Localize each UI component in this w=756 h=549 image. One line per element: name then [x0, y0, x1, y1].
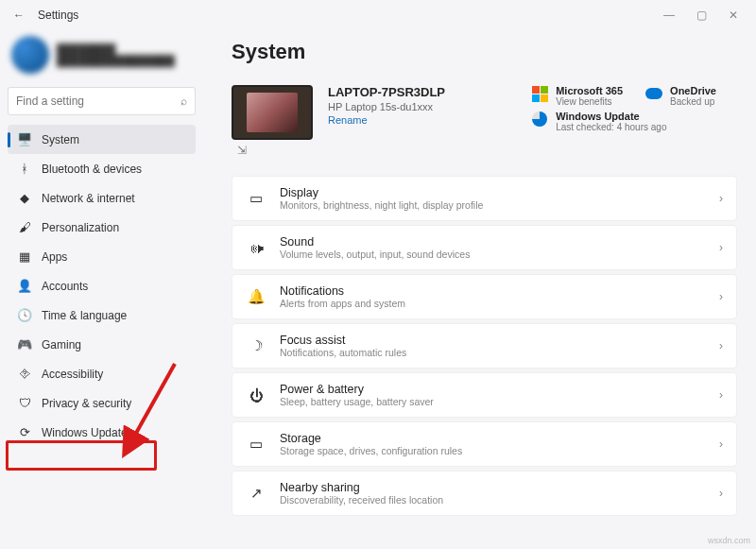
device-model: HP Laptop 15s-du1xxx — [328, 101, 445, 112]
sidebar-item-gaming[interactable]: 🎮Gaming — [8, 330, 196, 359]
chevron-right-icon: › — [719, 241, 723, 254]
status-onedrive[interactable]: OneDriveBacked up — [645, 85, 737, 107]
window-title: Settings — [38, 9, 78, 22]
network-icon: ◆ — [17, 191, 32, 206]
storage-icon: ▭ — [246, 436, 266, 453]
card-sound[interactable]: 🕪SoundVolume levels, output, input, soun… — [232, 225, 737, 270]
personalization-icon: 🖌 — [17, 220, 32, 235]
sidebar-item-personalization[interactable]: 🖌Personalization — [8, 213, 196, 242]
maximize-button[interactable]: ▢ — [694, 9, 709, 22]
status-ms365[interactable]: Microsoft 365View benefits — [531, 85, 623, 107]
notifications-icon: 🔔 — [246, 288, 266, 305]
page-title: System — [232, 40, 737, 64]
back-button[interactable]: ← — [8, 9, 30, 22]
card-title: Notifications — [280, 284, 405, 298]
card-subtitle: Sleep, battery usage, battery saver — [280, 396, 434, 407]
power-icon: ⏻ — [246, 387, 266, 403]
card-title: Sound — [280, 235, 470, 249]
device-image — [232, 85, 313, 140]
status-windows-update[interactable]: Windows UpdateLast checked: 4 hours ago — [531, 111, 737, 132]
card-subtitle: Volume levels, output, input, sound devi… — [280, 249, 470, 260]
sidebar-item-privacy[interactable]: 🛡Privacy & security — [8, 388, 196, 418]
sidebar-item-apps[interactable]: ▦Apps — [8, 242, 196, 271]
card-subtitle: Discoverability, received files location — [280, 494, 443, 506]
sidebar-item-accounts[interactable]: 👤Accounts — [8, 271, 196, 300]
chevron-right-icon: › — [719, 339, 723, 352]
chevron-right-icon: › — [719, 487, 723, 500]
search-icon: ⌕ — [180, 94, 187, 108]
sidebar-item-bluetooth[interactable]: ᚼBluetooth & devices — [8, 154, 196, 183]
search-input[interactable] — [16, 94, 180, 108]
sidebar-item-label: Gaming — [42, 338, 81, 352]
card-title: Nearby sharing — [280, 481, 443, 494]
link-icon: ⇲ — [237, 144, 313, 157]
time-icon: 🕓 — [17, 308, 32, 323]
focus-icon: ☽ — [246, 337, 266, 354]
card-title: Display — [280, 186, 483, 199]
onedrive-icon — [645, 85, 662, 102]
sidebar-item-accessibility[interactable]: ⯑Accessibility — [8, 359, 196, 388]
card-storage[interactable]: ▭StorageStorage space, drives, configura… — [232, 421, 737, 467]
sidebar-item-time[interactable]: 🕓Time & language — [8, 300, 196, 330]
microsoft-logo-icon — [531, 85, 548, 102]
sound-icon: 🕪 — [246, 240, 266, 256]
rename-link[interactable]: Rename — [328, 114, 445, 126]
display-icon: ▭ — [246, 190, 266, 207]
search-box[interactable]: ⌕ — [8, 87, 196, 115]
card-sharing[interactable]: ↗Nearby sharingDiscoverability, received… — [232, 471, 737, 516]
chevron-right-icon: › — [719, 192, 723, 205]
sharing-icon: ↗ — [246, 485, 266, 502]
system-icon: 🖥️ — [17, 132, 32, 147]
user-profile[interactable]: ████████ ████████████████ — [8, 30, 196, 83]
apps-icon: ▦ — [17, 249, 32, 265]
sidebar-item-label: Personalization — [42, 221, 119, 234]
accessibility-icon: ⯑ — [17, 367, 32, 382]
card-display[interactable]: ▭DisplayMonitors, brightness, night ligh… — [232, 176, 737, 221]
card-notifications[interactable]: 🔔NotificationsAlerts from apps and syste… — [232, 274, 737, 319]
close-button[interactable]: ✕ — [726, 9, 741, 22]
avatar — [11, 36, 49, 74]
sidebar-item-label: Accounts — [42, 280, 88, 293]
chevron-right-icon: › — [719, 388, 723, 402]
card-subtitle: Notifications, automatic rules — [280, 347, 406, 358]
card-title: Focus assist — [280, 334, 406, 347]
sidebar-item-label: Apps — [42, 250, 67, 264]
chevron-right-icon: › — [719, 437, 723, 451]
sidebar-item-label: Time & language — [42, 309, 127, 322]
gaming-icon: 🎮 — [17, 337, 32, 352]
windows-update-icon — [531, 111, 548, 128]
accounts-icon: 👤 — [17, 279, 32, 294]
card-power[interactable]: ⏻Power & batterySleep, battery usage, ba… — [232, 372, 737, 418]
sidebar-item-label: Accessibility — [42, 368, 103, 381]
sidebar-item-system[interactable]: 🖥️System — [8, 125, 196, 154]
card-subtitle: Monitors, brightness, night light, displ… — [280, 199, 483, 211]
bluetooth-icon: ᚼ — [17, 162, 32, 177]
sidebar-item-label: Bluetooth & devices — [42, 163, 142, 176]
device-name: LAPTOP-7PSR3DLP — [328, 85, 445, 99]
privacy-icon: 🛡 — [17, 396, 32, 411]
card-subtitle: Storage space, drives, configuration rul… — [280, 445, 462, 456]
card-focus[interactable]: ☽Focus assistNotifications, automatic ru… — [232, 323, 737, 369]
user-email: ████████████████ — [57, 55, 175, 66]
card-title: Power & battery — [280, 383, 434, 396]
user-name: ████████ — [57, 43, 175, 55]
update-icon: ⟳ — [17, 425, 32, 440]
sidebar-item-network[interactable]: ◆Network & internet — [8, 183, 196, 213]
sidebar-item-label: Windows Update — [42, 426, 128, 439]
watermark: wsxdn.com — [708, 536, 750, 545]
sidebar-item-label: Network & internet — [42, 192, 135, 205]
minimize-button[interactable]: — — [662, 9, 677, 22]
sidebar-item-label: Privacy & security — [42, 397, 131, 410]
sidebar-item-update[interactable]: ⟳Windows Update — [8, 418, 196, 447]
chevron-right-icon: › — [719, 290, 723, 303]
sidebar-item-label: System — [42, 133, 79, 146]
card-title: Storage — [280, 432, 462, 445]
card-subtitle: Alerts from apps and system — [280, 298, 405, 309]
